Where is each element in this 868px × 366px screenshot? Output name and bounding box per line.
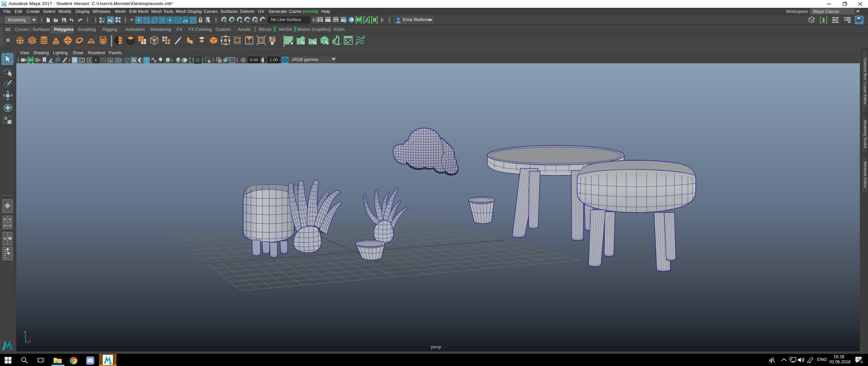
svg-text:persp: persp	[431, 345, 441, 349]
svg-text:?: ?	[191, 17, 195, 23]
svg-text:2: 2	[861, 360, 863, 364]
svg-text:z: z	[26, 339, 28, 343]
svg-text:MAYA: MAYA	[109, 363, 113, 365]
svg-text:x: x	[29, 339, 31, 342]
svg-text:ON: ON	[283, 59, 287, 61]
svg-text:IPR: IPR	[334, 19, 338, 22]
svg-text:y: y	[24, 330, 26, 333]
svg-text:T: T	[117, 59, 119, 62]
